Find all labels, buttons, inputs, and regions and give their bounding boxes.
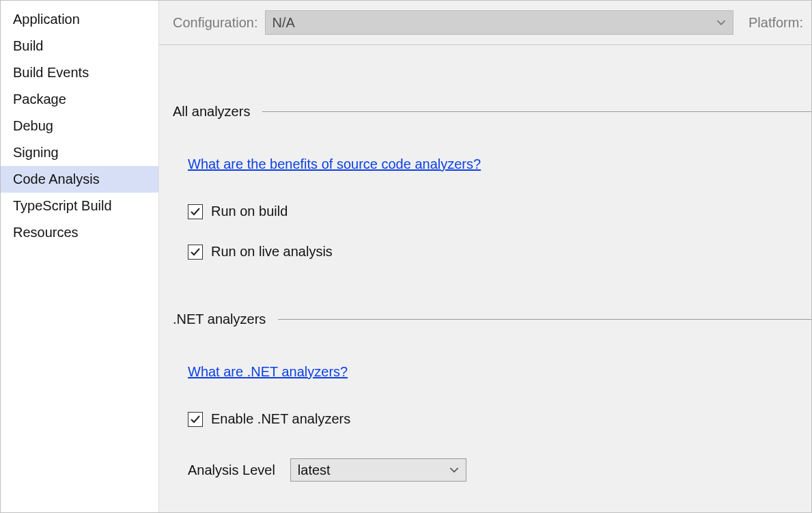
configuration-value: N/A	[272, 15, 295, 31]
sidebar-item-debug[interactable]: Debug	[1, 113, 158, 139]
run-on-build-checkbox-row: Run on build	[188, 204, 811, 219]
run-on-live-label: Run on live analysis	[211, 244, 333, 260]
sidebar-item-label: Debug	[13, 118, 53, 133]
sidebar-item-label: Package	[13, 92, 66, 107]
section-body: What are .NET analyzers? Enable .NET ana…	[173, 327, 811, 482]
sidebar-item-application[interactable]: Application	[1, 6, 158, 33]
section-title-row: All analyzers	[173, 104, 811, 120]
sidebar-item-build[interactable]: Build	[1, 33, 158, 59]
chevron-down-icon	[449, 462, 459, 478]
section-all-analyzers: All analyzers What are the benefits of s…	[173, 104, 811, 260]
configuration-select[interactable]: N/A	[265, 10, 733, 35]
enable-net-analyzers-checkbox[interactable]	[188, 412, 203, 427]
sidebar-item-label: Signing	[13, 145, 59, 160]
run-on-build-checkbox[interactable]	[188, 204, 203, 219]
chevron-down-icon	[716, 15, 726, 31]
sidebar-item-typescript-build[interactable]: TypeScript Build	[1, 193, 158, 219]
main-panel: Configuration: N/A Platform: All analyze…	[159, 1, 811, 512]
sidebar-item-label: Build Events	[13, 65, 89, 80]
run-on-live-checkbox[interactable]	[188, 245, 203, 260]
sidebar-item-code-analysis[interactable]: Code Analysis	[1, 166, 158, 193]
section-body: What are the benefits of source code ana…	[173, 120, 811, 260]
enable-net-analyzers-label: Enable .NET analyzers	[211, 411, 350, 427]
config-header: Configuration: N/A Platform:	[159, 1, 811, 45]
analysis-level-label: Analysis Level	[188, 462, 275, 478]
sidebar-item-label: Resources	[13, 225, 79, 240]
section-title: .NET analyzers	[173, 311, 278, 327]
check-icon	[190, 414, 201, 425]
benefits-link[interactable]: What are the benefits of source code ana…	[188, 156, 481, 172]
analysis-level-row: Analysis Level latest	[188, 458, 811, 482]
section-title: All analyzers	[173, 104, 262, 120]
check-icon	[190, 247, 201, 258]
section-rule	[278, 319, 811, 320]
platform-label: Platform:	[748, 15, 803, 31]
project-properties-window: Application Build Build Events Package D…	[0, 0, 812, 513]
enable-net-analyzers-row: Enable .NET analyzers	[188, 411, 811, 427]
sidebar-item-label: Code Analysis	[13, 171, 100, 186]
content-area: All analyzers What are the benefits of s…	[159, 45, 811, 512]
sidebar-item-package[interactable]: Package	[1, 86, 158, 113]
sidebar-item-resources[interactable]: Resources	[1, 219, 158, 246]
sidebar: Application Build Build Events Package D…	[1, 1, 159, 512]
analysis-level-value: latest	[298, 462, 331, 478]
section-title-row: .NET analyzers	[173, 311, 811, 327]
sidebar-item-label: Application	[13, 12, 80, 27]
analysis-level-select[interactable]: latest	[290, 458, 466, 482]
sidebar-item-label: Build	[13, 38, 43, 53]
check-icon	[190, 206, 201, 217]
run-on-build-label: Run on build	[211, 204, 288, 219]
sidebar-item-label: TypeScript Build	[13, 198, 112, 213]
section-net-analyzers: .NET analyzers What are .NET analyzers? …	[173, 311, 811, 482]
configuration-label: Configuration:	[173, 15, 258, 31]
sidebar-item-signing[interactable]: Signing	[1, 139, 158, 166]
what-are-net-analyzers-link[interactable]: What are .NET analyzers?	[188, 364, 348, 380]
run-on-live-checkbox-row: Run on live analysis	[188, 244, 811, 260]
sidebar-item-build-events[interactable]: Build Events	[1, 59, 158, 86]
section-rule	[262, 111, 811, 112]
